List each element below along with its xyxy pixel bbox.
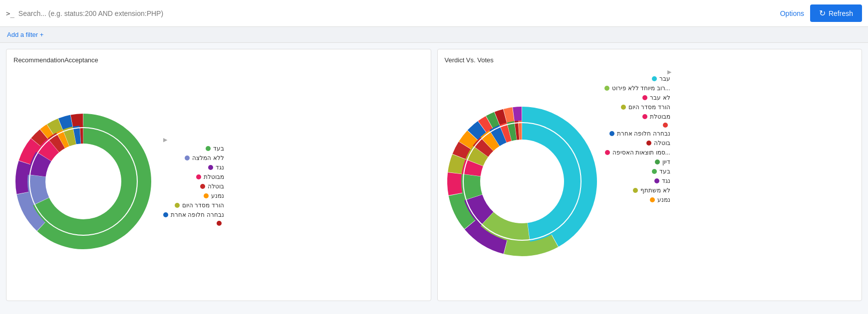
- legend-label: ללא המלצה: [192, 155, 224, 161]
- legend-label: בעד: [213, 145, 224, 152]
- legend-label: לא משתתף: [640, 187, 670, 194]
- chart2-svg: [445, 69, 599, 294]
- legend-label: נבחרה חלופה אחרת: [171, 211, 224, 218]
- legend-label: נמנע: [657, 196, 670, 203]
- chart1-svg: [13, 112, 153, 251]
- legend-item: בעד: [163, 145, 224, 152]
- legend-label: נבחרה חלופה אחרת: [617, 130, 670, 137]
- legend-label: עבר: [659, 75, 670, 82]
- legend-dot: [208, 165, 213, 170]
- legend-item: ...רוב מיוחד ללא פירוט: [604, 85, 670, 92]
- legend-item: מבוטלת: [604, 113, 670, 120]
- legend-item: בוטלה: [604, 140, 670, 147]
- legend-dot: [642, 95, 647, 100]
- legend-label: ...רוב מיוחד ללא פירוט: [612, 85, 670, 92]
- legend-dot: [663, 123, 668, 128]
- legend-label: נגד: [662, 177, 670, 184]
- refresh-label: Refresh: [829, 9, 853, 17]
- legend-item: הורד מסדר היום: [163, 202, 224, 209]
- legend-dot: [654, 178, 659, 183]
- chart2-title: Verdict Vs. Votes: [445, 56, 855, 64]
- legend-dot: [655, 159, 660, 164]
- legend-item: [604, 123, 670, 128]
- legend-dot: [175, 203, 180, 208]
- legend-label: מבוטלת: [204, 173, 224, 180]
- search-input[interactable]: [18, 9, 780, 17]
- legend-item: [163, 221, 224, 226]
- chart1-donut: [13, 112, 153, 251]
- legend-item: לא משתתף: [604, 187, 670, 194]
- legend-item: נבחרה חלופה אחרת: [604, 130, 670, 137]
- legend-item: נבחרה חלופה אחרת: [163, 211, 224, 218]
- legend-label: מבוטלת: [650, 113, 670, 120]
- legend-dot: [217, 221, 222, 226]
- legend-item: מבוטלת: [163, 173, 224, 180]
- chart1-title: RecommendationAcceptance: [13, 56, 424, 64]
- legend-item: בוטלה: [163, 183, 224, 190]
- legend-dot: [185, 156, 190, 160]
- legend-label: בוטלה: [208, 183, 224, 190]
- legend-item: דיון: [604, 158, 670, 165]
- options-button[interactable]: Options: [780, 9, 804, 17]
- legend-dot: [633, 188, 638, 193]
- legend-label: הורד מסדר היום: [182, 202, 224, 209]
- charts-container: RecommendationAcceptance ▶ בעדללא המלצהנ…: [0, 43, 868, 307]
- legend-dot: [652, 169, 657, 174]
- chart2-body: ▶ עבר...רוב מיוחד ללא פירוטלא עברהורד מס…: [445, 69, 855, 294]
- filter-bar: Add a filter +: [0, 27, 868, 43]
- legend-label: לא עבר: [650, 94, 670, 101]
- legend-item: ללא המלצה: [163, 155, 224, 161]
- legend-item: לא עבר: [604, 94, 670, 101]
- legend-dot: [646, 141, 651, 146]
- refresh-icon: ↻: [819, 8, 826, 18]
- legend-item: נמנע: [604, 196, 670, 203]
- legend1-arrow: ▶: [163, 137, 167, 143]
- legend-item: נגד: [163, 164, 224, 171]
- legend-label: ...סמו תוצאות האסיפה: [612, 149, 670, 156]
- legend-dot: [652, 76, 657, 81]
- legend-dot: [204, 193, 209, 198]
- legend-dot: [163, 212, 168, 217]
- chart-panel-1: RecommendationAcceptance ▶ בעדללא המלצהנ…: [6, 49, 431, 301]
- legend1-arrow-row: ▶: [163, 137, 168, 143]
- legend-dot: [196, 174, 201, 179]
- legend-dot: [605, 150, 610, 155]
- legend-dot: [609, 131, 614, 136]
- search-prefix-icon: >_: [6, 9, 14, 17]
- legend-item: נמנע: [163, 192, 224, 199]
- legend2-scroll[interactable]: עבר...רוב מיוחד ללא פירוטלא עברהורד מסדר…: [604, 75, 672, 203]
- top-bar: >_ Options ↻ Refresh: [0, 0, 868, 27]
- add-filter-link[interactable]: Add a filter +: [7, 31, 43, 38]
- legend2-arrow: ▶: [667, 69, 671, 75]
- legend-dot: [650, 197, 655, 202]
- legend-item: בעד: [604, 168, 670, 175]
- svg-point-3: [482, 142, 562, 221]
- refresh-button[interactable]: ↻ Refresh: [810, 4, 862, 22]
- legend-dot: [642, 114, 647, 119]
- legend-label: בעד: [659, 168, 670, 175]
- legend-dot: [200, 184, 205, 189]
- chart1-body: ▶ בעדללא המלצהנגדמבוטלתבוטלהנמנעהורד מסד…: [13, 69, 424, 294]
- legend-item: הורד מסדר היום: [604, 104, 670, 111]
- chart-panel-2: Verdict Vs. Votes ▶ עבר...רוב מיוחד ללא …: [437, 49, 863, 301]
- legend2-arrow-row: ▶: [604, 69, 672, 75]
- svg-point-1: [47, 146, 119, 217]
- legend-dot: [206, 146, 211, 151]
- legend-label: בוטלה: [654, 140, 670, 147]
- legend-item: נגד: [604, 177, 670, 184]
- legend-item: ...סמו תוצאות האסיפה: [604, 149, 670, 156]
- legend-dot: [621, 105, 626, 110]
- legend-label: נמנע: [211, 192, 224, 199]
- legend-label: הורד מסדר היום: [628, 104, 670, 111]
- legend-dot: [604, 86, 609, 91]
- legend-label: נגד: [216, 164, 224, 171]
- legend-label: דיון: [662, 158, 670, 165]
- chart2-donut: [445, 69, 599, 294]
- legend-item: עבר: [604, 75, 670, 82]
